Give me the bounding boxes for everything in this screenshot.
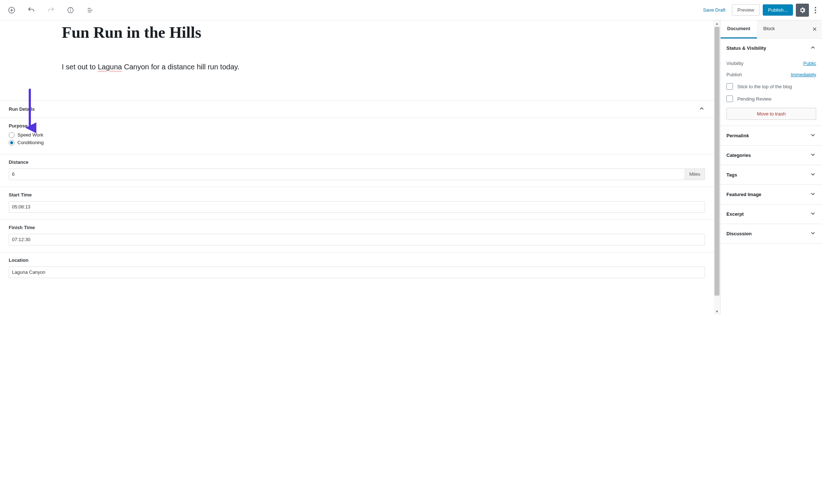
panel-tags: Tags	[721, 165, 822, 185]
checkbox-label: Stick to the top of the blog	[737, 84, 792, 89]
metabox-header[interactable]: Run Details	[0, 101, 714, 118]
distance-unit: Miles	[685, 168, 705, 180]
run-details-metabox: Run Details Purpose Speed Work Condition…	[0, 100, 714, 285]
distance-input[interactable]	[9, 168, 685, 180]
checkbox-icon[interactable]	[726, 95, 733, 102]
redo-button[interactable]	[44, 4, 57, 17]
sticky-checkbox-row[interactable]: Stick to the top of the blog	[726, 80, 816, 93]
scroll-up-icon[interactable]: ▲	[714, 20, 720, 27]
top-toolbar: Save Draft Preview Publish...	[0, 0, 822, 20]
body-text: I set out to	[62, 63, 98, 71]
panel-head[interactable]: Status & Visibility	[721, 38, 822, 58]
location-field: Location	[0, 252, 714, 285]
chevron-down-icon	[810, 230, 816, 237]
panel-title: Tags	[726, 172, 737, 178]
body-text: Canyon for a distance hill run today.	[122, 63, 239, 71]
finish-time-field: Finish Time	[0, 220, 714, 252]
purpose-option-speed[interactable]: Speed Work	[9, 132, 705, 138]
post-body[interactable]: I set out to Laguna Canyon for a distanc…	[62, 63, 323, 71]
field-label: Location	[9, 257, 705, 263]
panel-head[interactable]: Excerpt	[721, 204, 822, 224]
radio-icon[interactable]	[9, 140, 15, 146]
panel-head[interactable]: Featured Image	[721, 185, 822, 204]
panel-permalink: Permalink	[721, 126, 822, 146]
panel-title: Categories	[726, 153, 751, 158]
panel-title: Permalink	[726, 133, 749, 138]
purpose-field: Purpose Speed Work Conditioning	[0, 118, 714, 154]
finish-time-input[interactable]	[9, 234, 705, 245]
settings-sidebar: Document Block ✕ Status & Visibility Vis…	[720, 20, 822, 315]
svg-point-5	[70, 8, 71, 9]
publish-row: Publish Immediately	[726, 69, 816, 80]
save-draft-button[interactable]: Save Draft	[700, 5, 729, 15]
close-sidebar-button[interactable]: ✕	[807, 20, 822, 38]
annotation-arrow-icon	[25, 88, 36, 135]
settings-button[interactable]	[796, 4, 809, 17]
scroll-thumb[interactable]	[714, 27, 720, 296]
pending-review-checkbox-row[interactable]: Pending Review	[726, 93, 816, 105]
panel-discussion: Discussion	[721, 224, 822, 244]
panel-featured-image: Featured Image	[721, 185, 822, 204]
chevron-down-icon	[810, 210, 816, 218]
post-title[interactable]: Fun Run in the Hills	[62, 23, 323, 42]
toolbar-right: Save Draft Preview Publish...	[700, 4, 819, 17]
visibility-value-link[interactable]: Public	[803, 61, 816, 66]
panel-categories: Categories	[721, 146, 822, 165]
chevron-down-icon	[810, 191, 816, 198]
tab-document[interactable]: Document	[721, 20, 757, 38]
add-block-button[interactable]	[5, 4, 18, 17]
panel-head[interactable]: Discussion	[721, 224, 822, 243]
editor-wrap: Fun Run in the Hills I set out to Laguna…	[0, 20, 714, 315]
sidebar-tabs: Document Block ✕	[721, 20, 822, 38]
spell-error-word: Laguna	[98, 63, 122, 71]
meta-label: Visibility	[726, 61, 744, 66]
editor-scroll[interactable]: Fun Run in the Hills I set out to Laguna…	[0, 20, 714, 315]
editor-scrollbar[interactable]: ▲ ▼	[714, 20, 720, 315]
field-label: Distance	[9, 159, 705, 165]
meta-label: Publish	[726, 72, 742, 77]
chevron-down-icon	[810, 151, 816, 159]
purpose-option-conditioning[interactable]: Conditioning	[9, 140, 705, 146]
field-label: Finish Time	[9, 225, 705, 230]
preview-button[interactable]: Preview	[732, 4, 759, 16]
distance-field: Distance Miles	[0, 154, 714, 187]
panel-excerpt: Excerpt	[721, 204, 822, 224]
panel-title: Excerpt	[726, 211, 744, 217]
checkbox-label: Pending Review	[737, 96, 771, 102]
scroll-down-icon[interactable]: ▼	[714, 308, 720, 315]
chevron-up-icon	[810, 44, 816, 52]
radio-label: Conditioning	[17, 140, 44, 145]
field-label: Purpose	[9, 123, 705, 129]
location-input[interactable]	[9, 267, 705, 278]
field-label: Start Time	[9, 192, 705, 198]
panel-body: Visibility Public Publish Immediately St…	[721, 58, 822, 126]
start-time-input[interactable]	[9, 201, 705, 213]
more-menu-button[interactable]	[812, 4, 819, 16]
info-button[interactable]	[64, 4, 77, 17]
panel-title: Status & Visibility	[726, 45, 766, 51]
chevron-down-icon	[810, 171, 816, 179]
start-time-field: Start Time	[0, 187, 714, 220]
toolbar-left	[3, 4, 97, 17]
checkbox-icon[interactable]	[726, 83, 733, 90]
panel-head[interactable]: Categories	[721, 146, 822, 165]
publish-value-link[interactable]: Immediately	[791, 72, 816, 77]
panel-title: Featured Image	[726, 192, 761, 197]
undo-button[interactable]	[25, 4, 38, 17]
visibility-row: Visibility Public	[726, 58, 816, 69]
tab-block[interactable]: Block	[757, 20, 782, 38]
chevron-up-icon	[698, 105, 705, 113]
editor-content: Fun Run in the Hills I set out to Laguna…	[62, 20, 323, 71]
chevron-down-icon	[810, 132, 816, 139]
move-to-trash-button[interactable]: Move to trash	[726, 108, 816, 120]
main-area: Fun Run in the Hills I set out to Laguna…	[0, 20, 822, 315]
panel-head[interactable]: Tags	[721, 165, 822, 184]
panel-title: Discussion	[726, 231, 752, 236]
panel-head[interactable]: Permalink	[721, 126, 822, 145]
outline-button[interactable]	[84, 4, 97, 17]
publish-button[interactable]: Publish...	[763, 4, 793, 16]
panel-status-visibility: Status & Visibility Visibility Public Pu…	[721, 38, 822, 126]
radio-icon[interactable]	[9, 132, 15, 138]
